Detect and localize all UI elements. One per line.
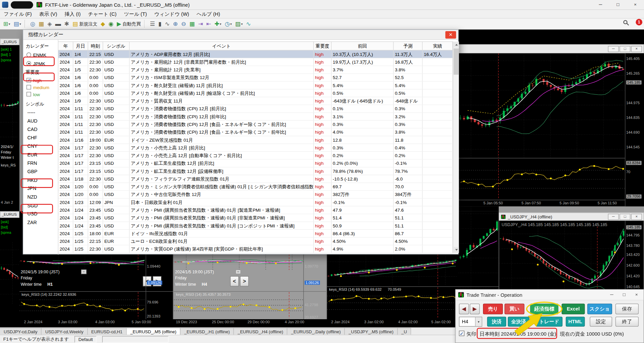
- chevron-down-icon[interactable]: ▾: [475, 317, 482, 326]
- symbol-list-item[interactable]: GBP: [23, 167, 58, 176]
- trainer-titlebar[interactable]: Trade Trainer - Operation ─ □ ×: [456, 290, 644, 300]
- calendar-row[interactable]: 2024 1/25 22:30 USD アメリカ・実質GDP (速報値) 第4四…: [58, 245, 453, 253]
- trade-button[interactable]: トレード: [536, 317, 562, 327]
- calendar-row[interactable]: 2024 1/16 19:00 EUR ドイツ・ZEW景況感指数 01月 hig…: [58, 136, 453, 144]
- menu-item[interactable]: ヘルプ (H): [193, 10, 224, 17]
- calendar-radio-option[interactable]: JPMK: [23, 59, 58, 68]
- chart-line-icon[interactable]: ∿ ▾: [245, 19, 252, 28]
- excel-button[interactable]: Excel: [561, 303, 585, 314]
- symbol-list-item[interactable]: JPN: [23, 184, 58, 193]
- calendar-row[interactable]: 2024 1/11 22:30 USD アメリカ・消費者物価指数 (CPI) 1…: [58, 105, 453, 113]
- timeframe-select[interactable]: H4 ▾: [459, 317, 482, 327]
- notification-badge[interactable]: 1: [636, 19, 642, 25]
- calendar-row[interactable]: 2024 1/18 22:30 USD アメリカ・フィラデルフィア連銀景況指数 …: [58, 175, 453, 183]
- calendar-row[interactable]: 2024 1/4 22:15 USD アメリカ・ADP雇用者数 12月 [前月比…: [58, 51, 453, 58]
- scrollbar-thumb[interactable]: [453, 49, 459, 75]
- tile-windows-icon[interactable]: ▦ ▾: [188, 19, 196, 28]
- close-button[interactable]: ×: [627, 0, 644, 10]
- window-control-button[interactable]: ×: [631, 214, 642, 220]
- symbol-list-item[interactable]: CHF: [23, 134, 58, 142]
- column-header[interactable]: 時刻: [88, 42, 103, 50]
- calendar-row[interactable]: 2024 1/24 23:45 USD アメリカ・PMI (購買担当者景気指数・…: [58, 206, 453, 214]
- calendar-radio-option[interactable]: ENMK: [23, 51, 58, 59]
- strategy-tester-icon[interactable]: ✱ ▾: [63, 19, 70, 28]
- menu-item[interactable]: ファイル (F): [0, 10, 36, 17]
- column-header[interactable]: 年: [58, 42, 73, 50]
- menu-item[interactable]: ウィンドウ (W): [151, 10, 193, 17]
- column-header[interactable]: 実績: [423, 42, 453, 50]
- calendar-row[interactable]: 2024 1/20 0:00 USD アメリカ・ミシガン大学消費者信頼感指数 (…: [58, 183, 453, 191]
- close-position-button[interactable]: 決済: [487, 317, 506, 327]
- column-header[interactable]: 重要度: [314, 42, 331, 50]
- calendar-row[interactable]: 2024 1/23 12:09 JPN 日本・日銀政策金利 01月 high -…: [58, 199, 453, 206]
- chart-tab[interactable]: _EURUSD_,Daily (offline): [287, 328, 345, 335]
- eurusd-m5-window-titlebar[interactable]: ─□×: [459, 44, 644, 53]
- chart-tab[interactable]: _EURUSD_,H4 (offline): [233, 328, 287, 335]
- minimize-button[interactable]: ─: [605, 291, 618, 299]
- usdjpy-h4-window-titlebar[interactable]: _USDJPY_,H4 (offline) ─□×: [499, 212, 644, 220]
- symbol-list-item[interactable]: ZAR: [23, 218, 58, 226]
- next-button[interactable]: ▶: [470, 303, 480, 314]
- table-scrollbar[interactable]: [453, 42, 459, 253]
- symbol-list-item[interactable]: EUR: [23, 150, 58, 159]
- chart-tab[interactable]: EURUSD-cd,H1: [87, 328, 127, 335]
- calendar-row[interactable]: 2024 1/11 22:30 USD アメリカ・消費者物価指数 (CPI) 1…: [58, 121, 453, 128]
- candlestick-icon[interactable]: ▮ ▾: [157, 19, 163, 28]
- infobox-minimize-button[interactable]: −: [81, 270, 87, 274]
- window-control-button[interactable]: ×: [631, 46, 642, 52]
- search-icon[interactable]: [623, 20, 627, 24]
- maximize-button[interactable]: □: [618, 291, 630, 299]
- close-button[interactable]: ×: [630, 291, 643, 299]
- bar-chart-icon[interactable]: ☰ ▾: [149, 19, 156, 28]
- importance-checkbox-option[interactable]: ✓ high: [23, 77, 58, 84]
- symbol-list-item[interactable]: CAD: [23, 125, 58, 134]
- status-profile[interactable]: Default: [75, 336, 97, 343]
- calendar-row[interactable]: 2024 1/5 22:30 USD アメリカ・雇用統計 12月 [失業率] h…: [58, 66, 453, 74]
- window-control-button[interactable]: □: [620, 214, 630, 220]
- sell-button[interactable]: 売り: [483, 303, 503, 314]
- column-header[interactable]: イベント: [129, 42, 314, 50]
- scroll-up-button[interactable]: [453, 42, 459, 48]
- left-strip2-titlebar[interactable]: _EURUS: [0, 211, 19, 218]
- prev-button[interactable]: ◀: [459, 303, 469, 314]
- chart-tab[interactable]: _EURUSD_,M5 (offline): [126, 328, 180, 335]
- pane-divider[interactable]: [459, 158, 625, 158]
- calendar-row[interactable]: 2024 1/20 0:00 USD アメリカ・中古住宅販売件数 12月 hig…: [58, 191, 453, 199]
- close-all-button[interactable]: 全決済: [508, 317, 529, 327]
- navigator-icon[interactable]: ◈ ▾: [46, 19, 53, 28]
- chart-tab[interactable]: _U: [397, 328, 411, 335]
- symbol-list-item[interactable]: NZD: [23, 193, 58, 201]
- settings-button[interactable]: 設定: [590, 317, 612, 327]
- importance-checkbox-option[interactable]: ✓ low: [23, 91, 58, 98]
- symbol-list-item[interactable]: CNY: [23, 142, 58, 150]
- symbol-list-item[interactable]: SGD: [23, 201, 58, 210]
- symbol-list-item[interactable]: USD: [23, 210, 58, 218]
- menu-item[interactable]: 挿入 (I): [61, 10, 85, 17]
- screenshot-button[interactable]: スクショ: [587, 303, 612, 314]
- zoom-out-icon[interactable]: ⊖ ▾: [180, 19, 187, 28]
- calendar-row[interactable]: 2024 1/11 22:30 USD アメリカ・消費者物価指数 (CPI) 1…: [58, 128, 453, 136]
- symbol-list-item[interactable]: HKD: [23, 176, 58, 184]
- symbol-list-item[interactable]: FRN: [23, 159, 58, 167]
- column-header[interactable]: シンボル: [103, 42, 129, 50]
- html-button[interactable]: HTML: [566, 317, 585, 327]
- dialog-titlebar[interactable]: 指標カレンダー ✕: [23, 30, 458, 40]
- calendar-row[interactable]: 2024 1/17 23:15 USD アメリカ・鉱工業生産指数 12月 [前月…: [58, 159, 453, 167]
- market-watch-icon[interactable]: ◎ ▾: [29, 19, 36, 28]
- menu-item[interactable]: ツール (T): [120, 10, 151, 17]
- pane-divider[interactable]: [327, 286, 499, 287]
- chart-window-icon[interactable]: ◉ ▾: [107, 19, 115, 28]
- step-forward-button[interactable]: >: [240, 276, 249, 286]
- metaeditor-icon[interactable]: ◆ ▾: [99, 19, 106, 28]
- buy-button[interactable]: 買い: [504, 303, 524, 314]
- calendar-row[interactable]: 2024 1/6 0:00 USD アメリカ・ISM非製造業景気指数 12月 h…: [58, 74, 453, 81]
- calendar-row[interactable]: 2024 1/9 22:30 USD アメリカ・貿易収支 11月 high -6…: [58, 97, 453, 105]
- chart-tab[interactable]: _EURUSD_,H1 (offline): [180, 328, 234, 335]
- symbol-list-item[interactable]: -----: [23, 108, 58, 117]
- data-window-icon[interactable]: ▦ ▾: [37, 19, 45, 28]
- calendar-row[interactable]: 2024 1/11 22:30 USD アメリカ・消費者物価指数 (CPI) 1…: [58, 113, 453, 121]
- arrow-checkbox[interactable]: ✓: [459, 331, 464, 336]
- calendar-row[interactable]: 2024 1/24 23:45 USD アメリカ・PMI (購買担当者景気指数・…: [58, 214, 453, 222]
- auto-scroll-icon[interactable]: ⇥ ▾: [197, 19, 204, 28]
- autotrading-button[interactable]: ▶ 自動売買 ▾: [116, 19, 142, 28]
